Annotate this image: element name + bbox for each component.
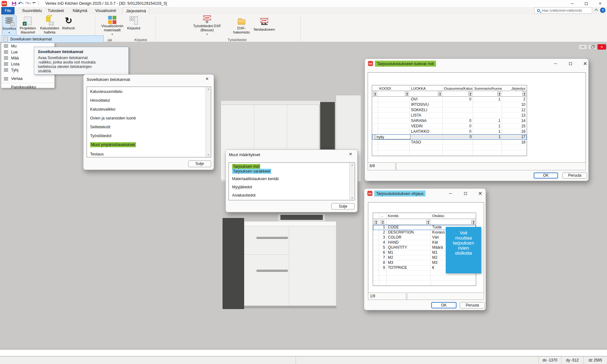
tab-visualisointi[interactable]: Visualisointi <box>95 7 116 15</box>
menu-item-label: Sovelluksen tietokannat <box>10 37 52 41</box>
tooltip: Sovelluksen tietokannat Avaa Sovelluksen… <box>34 47 129 75</box>
sulje-button[interactable]: Sulje <box>188 161 211 167</box>
dialog-titlebar[interactable]: Sovelluksen tietokannat <box>83 75 214 84</box>
save-icon <box>12 2 16 6</box>
table-row[interactable]: VEDIN0115 <box>372 124 527 129</box>
database-icon <box>5 17 13 25</box>
table-row-selected[interactable]: hylly0117 <box>372 134 527 140</box>
tab-file[interactable]: File <box>1 7 15 15</box>
list-item[interactable]: Työstötiedot <box>90 134 111 138</box>
ok-button[interactable]: OK <box>534 173 558 179</box>
filter-icon[interactable] <box>438 92 442 96</box>
list-item[interactable]: Kalustevalikko <box>90 107 115 112</box>
redo-button[interactable]: ↷▾ <box>25 1 31 6</box>
maximize-icon[interactable] <box>566 60 575 67</box>
close-icon[interactable]: ✕ <box>580 60 590 67</box>
scrollbar[interactable] <box>349 163 355 200</box>
list-item[interactable]: Hinnoittelut <box>90 98 110 103</box>
dxf-hakemisto-button[interactable]: DXF-hakemisto <box>232 15 251 36</box>
list-item[interactable]: Ovien ja saranoiden luonti <box>90 116 136 120</box>
filter-icon[interactable] <box>426 220 430 224</box>
customize-quick-access-button[interactable] <box>33 2 36 5</box>
command-input-bar[interactable] <box>0 349 607 356</box>
chevron-down-icon: ▾ <box>30 2 31 5</box>
list-item-selected[interactable]: Tarjouksen rivit <box>232 164 260 169</box>
table-row[interactable]: OVI012 <box>372 97 527 102</box>
close-icon[interactable]: ✕ <box>203 76 211 83</box>
kirjastot-button[interactable]: Kirjastot <box>126 15 142 36</box>
settings-list: Tarjouksen rivit Tarjouksen sarakkeet Ma… <box>229 162 355 200</box>
close-icon[interactable]: ✕ <box>346 152 355 158</box>
peruuta-button[interactable]: Peruuta <box>460 302 485 308</box>
filter-icon[interactable] <box>374 220 378 224</box>
tab-tulosteet[interactable]: Tulosteet <box>48 7 64 15</box>
list-item[interactable]: Myyjätiedot <box>232 185 252 189</box>
scrollbar[interactable] <box>205 87 211 157</box>
peruuta-button[interactable]: Peruuta <box>562 173 587 179</box>
materials-icon <box>108 16 116 24</box>
mdi-restore-button[interactable] <box>588 44 597 50</box>
minimize-icon[interactable] <box>446 190 455 197</box>
projektien-tilausrivit-button[interactable]: Projektien tilausrivit <box>18 15 38 36</box>
table-row[interactable]: SARANA0114 <box>372 118 527 124</box>
filter-icon[interactable] <box>497 92 501 96</box>
close-button[interactable]: ✕ <box>593 0 607 7</box>
table-row[interactable]: LISTA13 <box>372 113 527 118</box>
sovellus-button[interactable]: Sovellus ▼ <box>2 15 16 36</box>
filter-icon[interactable] <box>373 92 377 96</box>
mdi-minimize-button[interactable] <box>579 44 587 50</box>
dialog-muut-maaritykset: Muut määritykset ✕ Tarjouksen rivit Tarj… <box>225 149 358 212</box>
chevron-up-icon[interactable] <box>594 9 598 12</box>
visualisoinnin-label: Visualisoinnin materiaalit <box>100 24 125 32</box>
filter-icon[interactable] <box>405 92 409 96</box>
tab-suunnittelu[interactable]: Suunnittelu <box>22 7 42 15</box>
database-list: Kalustesuunnittelu Hinnoittelut Kalustev… <box>87 87 211 157</box>
list-item[interactable]: Selitetekstit <box>90 125 110 129</box>
refresh-button[interactable]: ↻ Refresh <box>61 15 77 36</box>
menu-item-vertaa[interactable]: Vertaa <box>1 75 54 82</box>
menu-item-sovelluksen-tietokannat[interactable]: Sovelluksen tietokannat <box>1 35 104 43</box>
list-item-selected[interactable]: Muut ympäristöasetukset <box>90 143 136 147</box>
table-row-empty[interactable] <box>373 276 476 281</box>
search-icon <box>537 9 540 12</box>
mdi-close-button[interactable]: ✕ <box>598 44 606 50</box>
kalusteiden-hallinta-button[interactable]: Kalusteiden hallinta <box>39 15 60 36</box>
sulje-button[interactable]: Sulje <box>331 203 355 209</box>
table-row[interactable]: LAATIKKO0116 <box>372 129 527 134</box>
maximize-button[interactable] <box>579 0 593 7</box>
minimize-icon[interactable] <box>551 60 560 67</box>
table-row-empty[interactable] <box>373 281 476 286</box>
filter-icon[interactable] <box>468 92 472 96</box>
filter-icon[interactable] <box>381 220 385 224</box>
table-row[interactable]: IRTOSIVU10 <box>372 102 527 107</box>
list-item[interactable]: Testaus <box>90 152 104 156</box>
maximize-icon[interactable] <box>461 190 470 197</box>
table-row-empty[interactable] <box>372 150 527 156</box>
filter-icon[interactable] <box>522 92 526 96</box>
list-item[interactable]: Asiakastiedot <box>232 193 255 197</box>
undo-button[interactable]: ↶▾ <box>18 1 23 6</box>
list-item-highlighted[interactable]: Tarjouksen sarakkeet <box>232 169 271 173</box>
tyostotiedot-dxf-button[interactable]: DXF✱ Työstötiedot DXF (Biesse) ▼ <box>188 15 226 36</box>
tab-nakyma[interactable]: Näkymä <box>73 7 87 15</box>
table-row-empty[interactable] <box>372 145 527 150</box>
group-label-fragment: uja <box>107 38 112 42</box>
close-icon[interactable]: ✕ <box>475 190 485 197</box>
nestaukseen-button[interactable]: DXF Nestaukseen <box>252 15 276 36</box>
table-row[interactable]: SOKKELI12 <box>372 107 527 113</box>
list-item[interactable]: Materiaalilistauksen kentät <box>232 177 279 181</box>
search-input[interactable] <box>542 9 592 12</box>
rows-table: KOODI LUOKKA Osasumma/Kaluste Summarivi/… <box>372 85 527 156</box>
ok-button[interactable]: OK <box>431 302 457 308</box>
menu-item-painikevalikko[interactable]: Painikevalikko <box>1 84 54 91</box>
table-row[interactable]: TASO18 <box>372 140 527 145</box>
minimize-button[interactable] <box>565 0 579 7</box>
filter-icon[interactable] <box>471 220 475 224</box>
list-item[interactable]: Kalustesuunnittelu <box>90 89 122 94</box>
tab-jarjestelma[interactable]: Järjestelmä <box>123 7 149 15</box>
dialog-titlebar[interactable]: Muut määritykset <box>226 150 357 159</box>
save-button[interactable] <box>12 2 16 6</box>
refresh-icon: ↻ <box>65 16 72 26</box>
help-icon[interactable]: ? <box>600 8 605 13</box>
visualisoinnin-materiaalit-button[interactable]: Visualisoinnin materiaalit ▼ <box>100 15 125 36</box>
